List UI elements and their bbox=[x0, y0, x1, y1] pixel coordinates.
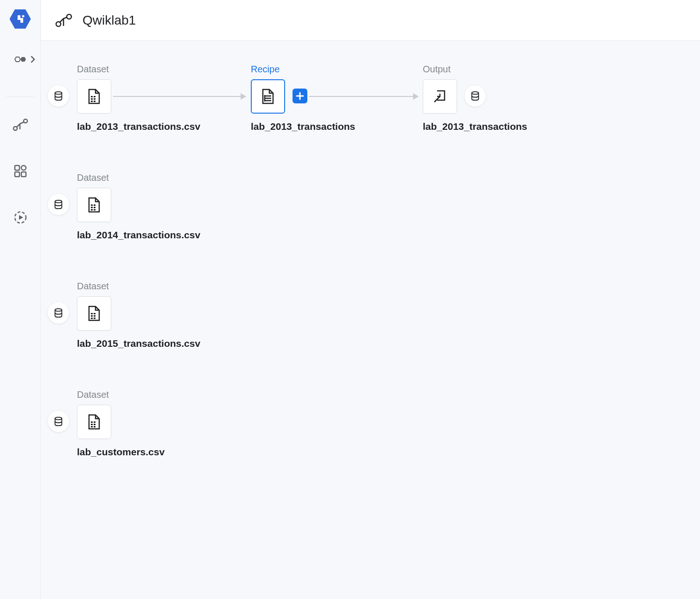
svg-rect-37 bbox=[91, 315, 93, 317]
left-rail bbox=[0, 0, 41, 599]
node-card[interactable] bbox=[77, 188, 111, 222]
file-data-icon bbox=[87, 306, 102, 321]
svg-rect-14 bbox=[91, 96, 93, 97]
svg-point-26 bbox=[472, 92, 479, 95]
node-card-selected[interactable] bbox=[251, 79, 285, 114]
svg-point-3 bbox=[13, 127, 17, 130]
node-card[interactable] bbox=[77, 405, 111, 439]
svg-rect-17 bbox=[94, 98, 95, 100]
flow-canvas[interactable]: Dataset lab_2013_transactions.csv Recipe bbox=[41, 41, 700, 599]
svg-point-27 bbox=[55, 200, 62, 203]
svg-rect-19 bbox=[94, 101, 95, 102]
svg-rect-45 bbox=[94, 424, 95, 425]
node-type-label: Dataset bbox=[77, 389, 165, 400]
hex-cluster-icon bbox=[12, 54, 29, 65]
nav-home[interactable] bbox=[6, 45, 34, 73]
nav-jobs[interactable] bbox=[6, 204, 34, 231]
dataset-node[interactable]: Dataset lab_2014_transactions.csv bbox=[77, 172, 200, 241]
page-title: Qwiklab1 bbox=[83, 13, 136, 28]
database-icon bbox=[53, 199, 64, 210]
svg-marker-1 bbox=[15, 57, 20, 62]
recipe-icon bbox=[261, 89, 275, 104]
svg-rect-16 bbox=[91, 98, 93, 100]
node-name: lab_2015_transactions.csv bbox=[77, 338, 200, 349]
svg-rect-42 bbox=[91, 421, 93, 423]
svg-rect-8 bbox=[21, 172, 26, 177]
nav-flows[interactable] bbox=[6, 111, 34, 139]
svg-rect-38 bbox=[94, 315, 95, 317]
file-data-icon bbox=[87, 89, 102, 104]
svg-rect-43 bbox=[94, 421, 95, 423]
svg-rect-39 bbox=[91, 318, 93, 319]
source-bubble[interactable] bbox=[48, 411, 69, 432]
node-name: lab_2013_transactions bbox=[251, 121, 355, 132]
node-name: lab_2014_transactions.csv bbox=[77, 229, 200, 241]
node-type-label: Dataset bbox=[77, 172, 200, 183]
database-icon bbox=[470, 91, 480, 101]
node-name: lab_2013_transactions.csv bbox=[77, 121, 200, 132]
logo-glyph-icon bbox=[15, 13, 26, 25]
svg-rect-36 bbox=[94, 313, 95, 314]
source-bubble[interactable] bbox=[48, 194, 69, 215]
svg-rect-30 bbox=[91, 207, 93, 208]
dataset-node[interactable]: Dataset lab_2013_transactions.csv bbox=[77, 64, 200, 132]
play-progress-icon bbox=[13, 210, 28, 225]
svg-point-41 bbox=[55, 417, 62, 420]
node-type-label: Dataset bbox=[77, 64, 200, 75]
svg-point-13 bbox=[55, 92, 62, 95]
svg-point-12 bbox=[67, 14, 71, 19]
source-bubble[interactable] bbox=[48, 85, 69, 107]
svg-rect-46 bbox=[91, 426, 93, 427]
node-card[interactable] bbox=[77, 79, 111, 114]
svg-rect-28 bbox=[91, 204, 93, 206]
svg-rect-40 bbox=[94, 318, 95, 319]
destination-bubble[interactable] bbox=[465, 85, 486, 107]
database-icon bbox=[53, 91, 64, 101]
dataset-node[interactable]: Dataset lab_2015_transactions.csv bbox=[77, 281, 200, 349]
app-logo[interactable] bbox=[10, 8, 31, 30]
node-type-label: Output bbox=[423, 64, 527, 75]
nav-library[interactable] bbox=[6, 157, 34, 185]
svg-rect-7 bbox=[15, 172, 19, 177]
chevron-right-icon bbox=[31, 56, 36, 63]
grid-icon bbox=[13, 164, 27, 178]
node-card[interactable] bbox=[77, 296, 111, 331]
svg-rect-29 bbox=[94, 204, 95, 206]
file-data-icon bbox=[87, 197, 102, 213]
svg-rect-5 bbox=[15, 166, 19, 170]
svg-rect-31 bbox=[94, 207, 95, 208]
source-bubble[interactable] bbox=[48, 302, 69, 324]
add-step-button[interactable] bbox=[293, 89, 307, 103]
svg-point-34 bbox=[55, 309, 62, 312]
svg-rect-18 bbox=[91, 101, 93, 102]
plus-icon bbox=[296, 92, 304, 100]
file-data-icon bbox=[87, 414, 102, 430]
svg-rect-15 bbox=[94, 96, 95, 97]
flow-icon bbox=[13, 118, 28, 131]
svg-point-0 bbox=[22, 15, 24, 18]
svg-rect-32 bbox=[91, 209, 93, 210]
flow-header-icon bbox=[55, 13, 72, 28]
svg-rect-44 bbox=[91, 424, 93, 425]
database-icon bbox=[53, 308, 64, 318]
output-icon bbox=[433, 89, 447, 104]
node-type-label: Dataset bbox=[77, 281, 200, 292]
rail-divider bbox=[6, 96, 34, 97]
svg-rect-33 bbox=[94, 209, 95, 210]
dataset-node[interactable]: Dataset lab_customers.csv bbox=[77, 389, 165, 458]
svg-point-6 bbox=[21, 166, 26, 170]
database-icon bbox=[53, 416, 64, 427]
svg-rect-35 bbox=[91, 313, 93, 314]
svg-marker-10 bbox=[19, 215, 23, 220]
svg-rect-47 bbox=[94, 426, 95, 427]
node-name: lab_customers.csv bbox=[77, 446, 165, 458]
node-card[interactable] bbox=[423, 79, 457, 114]
node-type-label: Recipe bbox=[251, 64, 355, 75]
page-header: Qwiklab1 bbox=[41, 0, 700, 41]
svg-marker-2 bbox=[20, 57, 26, 62]
node-name: lab_2013_transactions bbox=[423, 121, 527, 132]
